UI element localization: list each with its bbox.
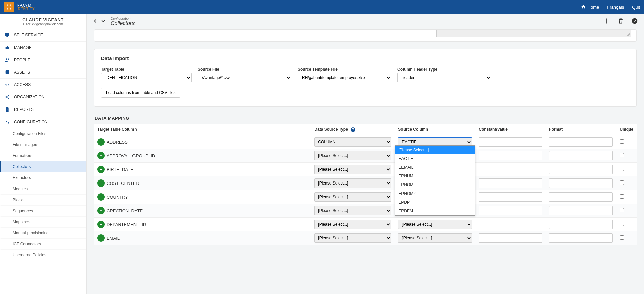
delete-button[interactable] (617, 18, 624, 25)
help-button[interactable]: ? (631, 18, 638, 25)
breadcrumb: Configuration (111, 17, 135, 20)
quit-link[interactable]: Quit (632, 5, 640, 10)
table-row: +BIRTH_DATE[Please Select...][Please Sel… (94, 162, 637, 176)
sidebar-item-people[interactable]: PEOPLE (0, 54, 86, 66)
dropdown-option[interactable]: EPNOM2 (395, 189, 475, 198)
database-icon (5, 70, 10, 75)
data-source-type-select[interactable]: [Please Select...] (314, 151, 391, 160)
constant-input[interactable] (479, 192, 542, 202)
add-button[interactable] (603, 18, 610, 25)
sidebar-sub-mappings[interactable]: Mappings (0, 217, 86, 228)
back-button[interactable] (93, 18, 98, 25)
textarea[interactable] (436, 30, 631, 37)
sidebar-item-organization[interactable]: ORGANIZATION (0, 91, 86, 103)
constant-input[interactable] (479, 220, 542, 229)
sidebar-item-self-service[interactable]: SELF SERVICE (0, 29, 86, 42)
target-column-name: BIRTH_DATE (107, 167, 133, 172)
add-row-icon[interactable]: + (97, 166, 105, 173)
source-file-select[interactable]: /Avantage/*.csv (198, 73, 291, 82)
data-import-title: Data Import (101, 55, 630, 61)
sidebar-item-access[interactable]: ACCESS (0, 79, 86, 91)
unique-checkbox[interactable] (620, 235, 624, 240)
unique-checkbox[interactable] (620, 139, 624, 144)
constant-input[interactable] (479, 233, 542, 243)
sidebar-sub-collectors[interactable]: Collectors (0, 161, 86, 172)
th-data-source: Data Source Type ? (311, 124, 395, 135)
svg-point-5 (8, 95, 9, 96)
dropdown-option[interactable]: EEMAIL (395, 163, 475, 172)
add-row-icon[interactable]: + (97, 193, 105, 201)
format-input[interactable] (549, 165, 613, 174)
format-input[interactable] (549, 206, 613, 215)
sidebar-sub-sequences[interactable]: Sequences (0, 206, 86, 217)
constant-input[interactable] (479, 151, 542, 160)
add-row-icon[interactable]: + (97, 207, 105, 214)
data-source-type-select[interactable]: [Please Select...] (314, 233, 391, 243)
data-source-type-select[interactable]: [Please Select...] (314, 220, 391, 229)
format-input[interactable] (549, 220, 613, 229)
sidebar-item-assets[interactable]: ASSETS (0, 66, 86, 79)
sidebar-sub-icf-connectors[interactable]: ICF Connectors (0, 239, 86, 250)
template-file-select[interactable]: RH/gabarit/template_employes.xlsx (298, 73, 391, 82)
format-input[interactable] (549, 137, 613, 147)
format-input[interactable] (549, 233, 613, 243)
add-row-icon[interactable]: + (97, 221, 105, 228)
sidebar-sub-extractors[interactable]: Extractors (0, 172, 86, 183)
data-source-type-select[interactable]: [Please Select...] (314, 165, 391, 174)
format-input[interactable] (549, 192, 613, 202)
dropdown-option[interactable]: EACTIF (395, 154, 475, 163)
sidebar-sub-file-managers[interactable]: File managers (0, 139, 86, 150)
target-table-select[interactable]: IDENTIFICATION (101, 73, 192, 82)
data-source-type-select[interactable]: [Please Select...] (314, 178, 391, 188)
source-column-select[interactable]: [Please Select...] (398, 233, 472, 243)
dropdown-option[interactable]: EPDEM (395, 207, 475, 215)
constant-input[interactable] (479, 165, 542, 174)
sidebar-sub-blocks[interactable]: Blocks (0, 195, 86, 206)
unique-checkbox[interactable] (620, 222, 624, 226)
add-row-icon[interactable]: + (97, 234, 105, 242)
source-column-dropdown[interactable]: [Please Select...]EACTIFEEMAILEPNUMEPNOM… (395, 145, 475, 216)
constant-input[interactable] (479, 206, 542, 215)
add-row-icon[interactable]: + (97, 138, 105, 146)
sidebar-sub-modules[interactable]: Modules (0, 183, 86, 195)
data-source-type-select[interactable]: [Please Select...] (314, 192, 391, 202)
sidebar-sub-formatters[interactable]: Formatters (0, 150, 86, 161)
sidebar-item-reports[interactable]: REPORTS (0, 103, 86, 116)
sidebar-sub-manual-provisioning[interactable]: Manual provisioning (0, 228, 86, 239)
header-type-select[interactable]: header (397, 73, 491, 82)
sidebar-item-manage[interactable]: MANAGE (0, 42, 86, 54)
home-link[interactable]: Home (581, 4, 599, 10)
constant-input[interactable] (479, 178, 542, 188)
format-input[interactable] (549, 151, 613, 160)
add-row-icon[interactable]: + (97, 152, 105, 159)
unique-checkbox[interactable] (620, 167, 624, 171)
svg-point-0 (7, 4, 11, 10)
dropdown-option[interactable]: [Please Select...] (395, 146, 475, 154)
format-input[interactable] (549, 178, 613, 188)
expand-button[interactable] (101, 18, 106, 25)
dropdown-option[interactable]: EPNUM (395, 172, 475, 180)
dropdown-option[interactable]: EPNOM (395, 180, 475, 189)
help-icon[interactable]: ? (351, 127, 355, 132)
source-column-select[interactable]: [Please Select...] (398, 220, 472, 229)
load-columns-button[interactable]: Load columns from table and CSV files (101, 88, 180, 98)
unique-checkbox[interactable] (620, 208, 624, 212)
svg-point-6 (8, 98, 9, 99)
data-source-type-select[interactable]: COLUMN (314, 137, 391, 147)
sidebar-sub-username-policies[interactable]: Username Policies (0, 250, 86, 261)
dropdown-option[interactable]: EPDPT (395, 198, 475, 207)
add-row-icon[interactable]: + (97, 179, 105, 187)
data-source-type-select[interactable]: [Please Select...] (314, 206, 391, 215)
user-sub: User: cvigeant@okiok.com (3, 22, 84, 26)
th-unique: Unique (616, 124, 637, 135)
target-column-name: ADDRESS (107, 140, 128, 145)
sidebar-item-configuration[interactable]: CONFIGURATION (0, 116, 86, 128)
header-type-label: Column Header Type (397, 67, 491, 72)
unique-checkbox[interactable] (620, 180, 624, 185)
unique-checkbox[interactable] (620, 194, 624, 199)
sidebar-sub-configuration-files[interactable]: Configuration Files (0, 128, 86, 139)
language-link[interactable]: Français (607, 5, 624, 10)
constant-input[interactable] (479, 137, 542, 147)
unique-checkbox[interactable] (620, 153, 624, 157)
svg-point-7 (6, 121, 7, 122)
